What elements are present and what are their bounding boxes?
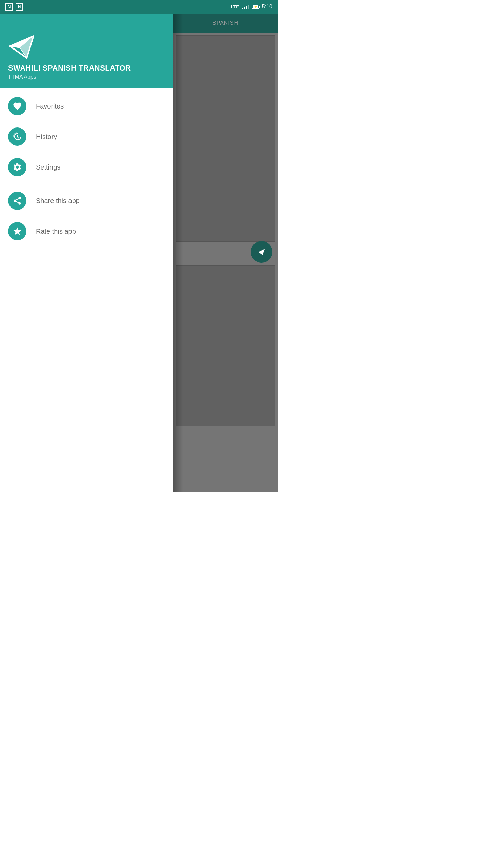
- send-icon: [256, 246, 267, 257]
- menu-divider: [0, 184, 173, 184]
- history-icon-circle: [8, 127, 26, 146]
- svg-point-6: [14, 200, 16, 202]
- lte-indicator: LTE: [231, 4, 239, 9]
- history-label: History: [36, 133, 57, 141]
- drawer-header: SWAHILI SPANISH TRANSLATOR TTMA Apps: [0, 14, 173, 88]
- menu-list: Favorites History Set: [0, 88, 173, 492]
- rate-label: Rate this app: [36, 228, 76, 235]
- menu-item-settings[interactable]: Settings: [0, 152, 173, 182]
- status-bar: N N LTE ⚡ 5:10: [0, 0, 278, 14]
- right-panel-body: [173, 33, 278, 492]
- menu-item-share[interactable]: Share this app: [0, 185, 173, 216]
- gear-icon: [13, 162, 22, 172]
- status-bar-right: LTE ⚡ 5:10: [231, 4, 272, 10]
- settings-icon-circle: [8, 158, 26, 176]
- svg-line-9: [16, 199, 19, 200]
- right-panel: SPANISH: [173, 14, 278, 492]
- notification-icon-1: N: [5, 3, 13, 11]
- status-bar-left: N N: [5, 3, 23, 11]
- target-language-label: SPANISH: [212, 20, 238, 26]
- signal-strength-icon: [242, 5, 249, 9]
- translate-button[interactable]: [251, 241, 272, 263]
- svg-line-8: [16, 201, 19, 203]
- menu-item-rate[interactable]: Rate this app: [0, 216, 173, 246]
- app-subtitle: TTMA Apps: [8, 74, 165, 80]
- battery-icon: ⚡: [252, 5, 259, 9]
- share-icon-circle: [8, 192, 26, 210]
- share-icon: [13, 196, 22, 205]
- app-title: SWAHILI SPANISH TRANSLATOR: [8, 64, 165, 73]
- favorites-icon-circle: [8, 97, 26, 115]
- clock-icon: [13, 132, 22, 141]
- rate-icon-circle: [8, 222, 26, 240]
- right-panel-header: SPANISH: [173, 14, 278, 33]
- notification-icon-2: N: [16, 3, 23, 11]
- main-container: SWAHILI SPANISH TRANSLATOR TTMA Apps Fav…: [0, 14, 278, 492]
- translate-button-container: [173, 241, 278, 263]
- star-icon: [13, 226, 22, 236]
- share-label: Share this app: [36, 197, 80, 205]
- favorites-label: Favorites: [36, 102, 64, 110]
- svg-marker-11: [259, 252, 263, 255]
- svg-point-5: [19, 197, 21, 199]
- output-area: [176, 265, 275, 426]
- app-logo: [8, 33, 35, 60]
- settings-label: Settings: [36, 163, 60, 171]
- menu-item-history[interactable]: History: [0, 121, 173, 152]
- menu-item-favorites[interactable]: Favorites: [0, 91, 173, 121]
- time-display: 5:10: [262, 4, 272, 10]
- input-area[interactable]: [176, 35, 275, 242]
- svg-point-7: [19, 202, 21, 205]
- heart-icon: [13, 101, 22, 111]
- navigation-drawer: SWAHILI SPANISH TRANSLATOR TTMA Apps Fav…: [0, 14, 173, 492]
